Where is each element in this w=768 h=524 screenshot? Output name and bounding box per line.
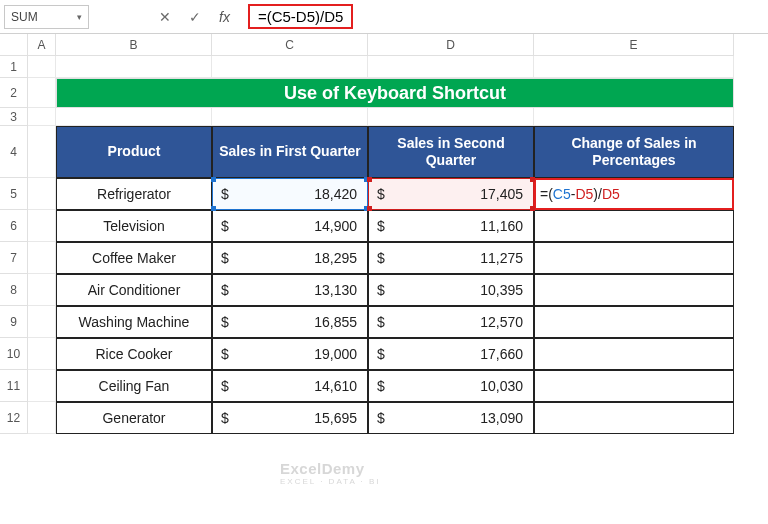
table-cell[interactable] — [534, 338, 734, 370]
table-cell[interactable] — [534, 370, 734, 402]
formula-bar-icons: ✕ ✓ fx — [159, 9, 230, 25]
table-cell[interactable]: $14,610 — [212, 370, 368, 402]
table-cell[interactable]: $15,695 — [212, 402, 368, 434]
cell[interactable] — [534, 56, 734, 78]
cell[interactable] — [28, 306, 56, 338]
cell-value: 18,420 — [314, 186, 357, 202]
row-header[interactable]: 3 — [0, 108, 28, 126]
cell[interactable] — [28, 338, 56, 370]
row-header[interactable]: 2 — [0, 78, 28, 108]
enter-icon[interactable]: ✓ — [189, 9, 201, 25]
table-cell[interactable]: $11,275 — [368, 242, 534, 274]
table-header-q2[interactable]: Sales in Second Quarter — [368, 126, 534, 178]
row-header[interactable]: 4 — [0, 126, 28, 178]
formula-input[interactable]: =(C5-D5)/D5 — [248, 4, 353, 29]
table-cell[interactable]: $11,160 — [368, 210, 534, 242]
table-cell-product[interactable]: Rice Cooker — [56, 338, 212, 370]
table-cell-product[interactable]: Generator — [56, 402, 212, 434]
table-cell[interactable] — [534, 402, 734, 434]
currency-symbol: $ — [377, 186, 385, 202]
cell[interactable] — [28, 108, 56, 126]
table-cell[interactable]: $14,900 — [212, 210, 368, 242]
table-header-product[interactable]: Product — [56, 126, 212, 178]
cell[interactable] — [28, 178, 56, 210]
table-cell[interactable]: $19,000 — [212, 338, 368, 370]
table-cell-product[interactable]: Refrigerator — [56, 178, 212, 210]
cell[interactable] — [28, 274, 56, 306]
row-header[interactable]: 8 — [0, 274, 28, 306]
worksheet-grid[interactable]: A B C D E 1 2 3 4 5 6 7 8 9 10 11 12 Use… — [0, 34, 768, 434]
table-cell[interactable]: $10,030 — [368, 370, 534, 402]
name-box-value: SUM — [11, 10, 38, 24]
col-header-c[interactable]: C — [212, 34, 368, 56]
row-header[interactable]: 1 — [0, 56, 28, 78]
cell[interactable] — [368, 108, 534, 126]
row-header[interactable]: 11 — [0, 370, 28, 402]
name-box[interactable]: SUM ▾ — [4, 5, 89, 29]
currency-symbol: $ — [221, 186, 229, 202]
cell[interactable] — [28, 370, 56, 402]
table-header-change[interactable]: Change of Sales in Percentages — [534, 126, 734, 178]
cell[interactable] — [28, 210, 56, 242]
row-header[interactable]: 7 — [0, 242, 28, 274]
name-box-dropdown-icon[interactable]: ▾ — [77, 12, 82, 22]
cell[interactable] — [28, 56, 56, 78]
table-cell[interactable]: $13,090 — [368, 402, 534, 434]
cell[interactable] — [28, 402, 56, 434]
col-header-a[interactable]: A — [28, 34, 56, 56]
select-all-corner[interactable] — [0, 34, 28, 56]
table-cell-product[interactable]: Air Conditioner — [56, 274, 212, 306]
table-header-q1[interactable]: Sales in First Quarter — [212, 126, 368, 178]
table-cell[interactable]: $12,570 — [368, 306, 534, 338]
row-header[interactable]: 10 — [0, 338, 28, 370]
cell-value: 17,405 — [480, 186, 523, 202]
table-cell[interactable] — [534, 306, 734, 338]
cancel-icon[interactable]: ✕ — [159, 9, 171, 25]
cell[interactable] — [56, 108, 212, 126]
watermark: ExcelDemy EXCEL · DATA · BI — [280, 460, 381, 486]
table-cell[interactable]: $18,295 — [212, 242, 368, 274]
cell[interactable] — [28, 126, 56, 178]
table-cell-product[interactable]: Coffee Maker — [56, 242, 212, 274]
cell[interactable] — [28, 78, 56, 108]
table-cell[interactable] — [534, 242, 734, 274]
table-cell[interactable] — [534, 210, 734, 242]
row-header[interactable]: 9 — [0, 306, 28, 338]
row-header[interactable]: 12 — [0, 402, 28, 434]
formula-bar: SUM ▾ ✕ ✓ fx =(C5-D5)/D5 — [0, 0, 768, 34]
cell[interactable] — [212, 108, 368, 126]
table-cell[interactable] — [534, 274, 734, 306]
table-cell[interactable]: $10,395 — [368, 274, 534, 306]
col-header-e[interactable]: E — [534, 34, 734, 56]
cell[interactable] — [28, 242, 56, 274]
cell[interactable] — [56, 56, 212, 78]
table-cell-product[interactable]: Ceiling Fan — [56, 370, 212, 402]
table-cell-product[interactable]: Television — [56, 210, 212, 242]
cell[interactable] — [212, 56, 368, 78]
row-header[interactable]: 6 — [0, 210, 28, 242]
cell-c5[interactable]: $ 18,420 — [212, 178, 368, 210]
table-cell-product[interactable]: Washing Machine — [56, 306, 212, 338]
fx-icon[interactable]: fx — [219, 9, 230, 25]
cell[interactable] — [534, 108, 734, 126]
row-header[interactable]: 5 — [0, 178, 28, 210]
col-header-b[interactable]: B — [56, 34, 212, 56]
cell[interactable] — [368, 56, 534, 78]
col-header-d[interactable]: D — [368, 34, 534, 56]
title-cell[interactable]: Use of Keyboard Shortcut — [56, 78, 734, 108]
table-cell[interactable]: $17,660 — [368, 338, 534, 370]
table-cell[interactable]: $16,855 — [212, 306, 368, 338]
cell-d5[interactable]: $ 17,405 — [368, 178, 534, 210]
table-cell[interactable]: $13,130 — [212, 274, 368, 306]
cell-e5-editing[interactable]: =(C5-D5)/D5 — [534, 178, 734, 210]
